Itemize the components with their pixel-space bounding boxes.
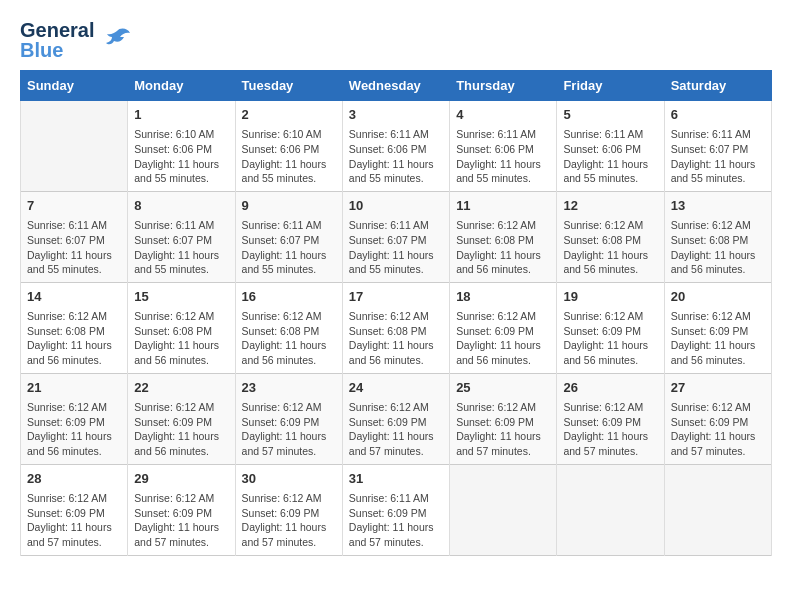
calendar-cell: 10Sunrise: 6:11 AM Sunset: 6:07 PM Dayli… <box>342 191 449 282</box>
day-number: 23 <box>242 379 336 397</box>
day-info: Sunrise: 6:12 AM Sunset: 6:09 PM Dayligh… <box>563 400 657 459</box>
day-number: 21 <box>27 379 121 397</box>
calendar-cell: 6Sunrise: 6:11 AM Sunset: 6:07 PM Daylig… <box>664 101 771 192</box>
weekday-header-thursday: Thursday <box>450 71 557 101</box>
day-number: 17 <box>349 288 443 306</box>
day-number: 31 <box>349 470 443 488</box>
day-info: Sunrise: 6:12 AM Sunset: 6:08 PM Dayligh… <box>563 218 657 277</box>
day-info: Sunrise: 6:12 AM Sunset: 6:08 PM Dayligh… <box>456 218 550 277</box>
day-info: Sunrise: 6:12 AM Sunset: 6:09 PM Dayligh… <box>134 400 228 459</box>
day-info: Sunrise: 6:12 AM Sunset: 6:09 PM Dayligh… <box>456 309 550 368</box>
day-number: 16 <box>242 288 336 306</box>
day-info: Sunrise: 6:11 AM Sunset: 6:06 PM Dayligh… <box>456 127 550 186</box>
day-info: Sunrise: 6:12 AM Sunset: 6:09 PM Dayligh… <box>671 309 765 368</box>
calendar-cell: 19Sunrise: 6:12 AM Sunset: 6:09 PM Dayli… <box>557 282 664 373</box>
day-info: Sunrise: 6:12 AM Sunset: 6:08 PM Dayligh… <box>134 309 228 368</box>
calendar-cell: 31Sunrise: 6:11 AM Sunset: 6:09 PM Dayli… <box>342 464 449 555</box>
day-info: Sunrise: 6:12 AM Sunset: 6:09 PM Dayligh… <box>563 309 657 368</box>
calendar-cell: 12Sunrise: 6:12 AM Sunset: 6:08 PM Dayli… <box>557 191 664 282</box>
calendar-cell <box>664 464 771 555</box>
calendar-cell: 24Sunrise: 6:12 AM Sunset: 6:09 PM Dayli… <box>342 373 449 464</box>
day-number: 20 <box>671 288 765 306</box>
day-info: Sunrise: 6:10 AM Sunset: 6:06 PM Dayligh… <box>242 127 336 186</box>
weekday-header-friday: Friday <box>557 71 664 101</box>
calendar-cell: 20Sunrise: 6:12 AM Sunset: 6:09 PM Dayli… <box>664 282 771 373</box>
day-number: 6 <box>671 106 765 124</box>
logo-bird-icon <box>102 23 132 57</box>
day-info: Sunrise: 6:12 AM Sunset: 6:09 PM Dayligh… <box>27 491 121 550</box>
day-info: Sunrise: 6:12 AM Sunset: 6:09 PM Dayligh… <box>242 400 336 459</box>
day-info: Sunrise: 6:12 AM Sunset: 6:08 PM Dayligh… <box>671 218 765 277</box>
day-number: 2 <box>242 106 336 124</box>
calendar-cell: 1Sunrise: 6:10 AM Sunset: 6:06 PM Daylig… <box>128 101 235 192</box>
calendar-cell: 11Sunrise: 6:12 AM Sunset: 6:08 PM Dayli… <box>450 191 557 282</box>
day-number: 4 <box>456 106 550 124</box>
calendar-cell: 9Sunrise: 6:11 AM Sunset: 6:07 PM Daylig… <box>235 191 342 282</box>
calendar-cell: 27Sunrise: 6:12 AM Sunset: 6:09 PM Dayli… <box>664 373 771 464</box>
day-number: 12 <box>563 197 657 215</box>
calendar-cell: 5Sunrise: 6:11 AM Sunset: 6:06 PM Daylig… <box>557 101 664 192</box>
calendar-cell: 4Sunrise: 6:11 AM Sunset: 6:06 PM Daylig… <box>450 101 557 192</box>
day-info: Sunrise: 6:12 AM Sunset: 6:09 PM Dayligh… <box>671 400 765 459</box>
logo-blue: Blue <box>20 40 94 60</box>
weekday-header-wednesday: Wednesday <box>342 71 449 101</box>
day-info: Sunrise: 6:12 AM Sunset: 6:09 PM Dayligh… <box>456 400 550 459</box>
calendar-cell: 18Sunrise: 6:12 AM Sunset: 6:09 PM Dayli… <box>450 282 557 373</box>
calendar-cell: 29Sunrise: 6:12 AM Sunset: 6:09 PM Dayli… <box>128 464 235 555</box>
calendar-cell <box>21 101 128 192</box>
calendar-cell: 7Sunrise: 6:11 AM Sunset: 6:07 PM Daylig… <box>21 191 128 282</box>
logo-general: General <box>20 20 94 40</box>
day-info: Sunrise: 6:11 AM Sunset: 6:07 PM Dayligh… <box>242 218 336 277</box>
calendar-cell: 8Sunrise: 6:11 AM Sunset: 6:07 PM Daylig… <box>128 191 235 282</box>
calendar-cell: 16Sunrise: 6:12 AM Sunset: 6:08 PM Dayli… <box>235 282 342 373</box>
day-number: 8 <box>134 197 228 215</box>
day-number: 19 <box>563 288 657 306</box>
calendar-cell <box>450 464 557 555</box>
day-number: 7 <box>27 197 121 215</box>
day-info: Sunrise: 6:11 AM Sunset: 6:06 PM Dayligh… <box>563 127 657 186</box>
day-info: Sunrise: 6:12 AM Sunset: 6:09 PM Dayligh… <box>134 491 228 550</box>
day-info: Sunrise: 6:12 AM Sunset: 6:08 PM Dayligh… <box>242 309 336 368</box>
day-number: 30 <box>242 470 336 488</box>
day-info: Sunrise: 6:11 AM Sunset: 6:07 PM Dayligh… <box>134 218 228 277</box>
weekday-header-monday: Monday <box>128 71 235 101</box>
calendar-cell: 25Sunrise: 6:12 AM Sunset: 6:09 PM Dayli… <box>450 373 557 464</box>
calendar-cell: 14Sunrise: 6:12 AM Sunset: 6:08 PM Dayli… <box>21 282 128 373</box>
day-number: 13 <box>671 197 765 215</box>
calendar-cell: 22Sunrise: 6:12 AM Sunset: 6:09 PM Dayli… <box>128 373 235 464</box>
calendar-cell: 13Sunrise: 6:12 AM Sunset: 6:08 PM Dayli… <box>664 191 771 282</box>
day-number: 10 <box>349 197 443 215</box>
day-info: Sunrise: 6:12 AM Sunset: 6:09 PM Dayligh… <box>242 491 336 550</box>
day-info: Sunrise: 6:10 AM Sunset: 6:06 PM Dayligh… <box>134 127 228 186</box>
calendar-cell: 17Sunrise: 6:12 AM Sunset: 6:08 PM Dayli… <box>342 282 449 373</box>
calendar-cell: 3Sunrise: 6:11 AM Sunset: 6:06 PM Daylig… <box>342 101 449 192</box>
day-number: 29 <box>134 470 228 488</box>
calendar-cell: 23Sunrise: 6:12 AM Sunset: 6:09 PM Dayli… <box>235 373 342 464</box>
day-number: 15 <box>134 288 228 306</box>
day-number: 27 <box>671 379 765 397</box>
calendar-cell: 28Sunrise: 6:12 AM Sunset: 6:09 PM Dayli… <box>21 464 128 555</box>
day-number: 28 <box>27 470 121 488</box>
day-info: Sunrise: 6:11 AM Sunset: 6:07 PM Dayligh… <box>349 218 443 277</box>
day-info: Sunrise: 6:12 AM Sunset: 6:09 PM Dayligh… <box>27 400 121 459</box>
calendar-cell: 30Sunrise: 6:12 AM Sunset: 6:09 PM Dayli… <box>235 464 342 555</box>
day-number: 24 <box>349 379 443 397</box>
day-info: Sunrise: 6:11 AM Sunset: 6:07 PM Dayligh… <box>27 218 121 277</box>
day-number: 3 <box>349 106 443 124</box>
calendar-cell: 2Sunrise: 6:10 AM Sunset: 6:06 PM Daylig… <box>235 101 342 192</box>
day-info: Sunrise: 6:12 AM Sunset: 6:09 PM Dayligh… <box>349 400 443 459</box>
weekday-header-sunday: Sunday <box>21 71 128 101</box>
calendar-cell: 26Sunrise: 6:12 AM Sunset: 6:09 PM Dayli… <box>557 373 664 464</box>
day-number: 11 <box>456 197 550 215</box>
day-number: 25 <box>456 379 550 397</box>
weekday-header-tuesday: Tuesday <box>235 71 342 101</box>
day-number: 18 <box>456 288 550 306</box>
day-info: Sunrise: 6:11 AM Sunset: 6:06 PM Dayligh… <box>349 127 443 186</box>
weekday-header-saturday: Saturday <box>664 71 771 101</box>
calendar-table: SundayMondayTuesdayWednesdayThursdayFrid… <box>20 70 772 556</box>
day-number: 26 <box>563 379 657 397</box>
day-number: 14 <box>27 288 121 306</box>
calendar-cell: 21Sunrise: 6:12 AM Sunset: 6:09 PM Dayli… <box>21 373 128 464</box>
day-info: Sunrise: 6:12 AM Sunset: 6:08 PM Dayligh… <box>27 309 121 368</box>
day-info: Sunrise: 6:11 AM Sunset: 6:09 PM Dayligh… <box>349 491 443 550</box>
